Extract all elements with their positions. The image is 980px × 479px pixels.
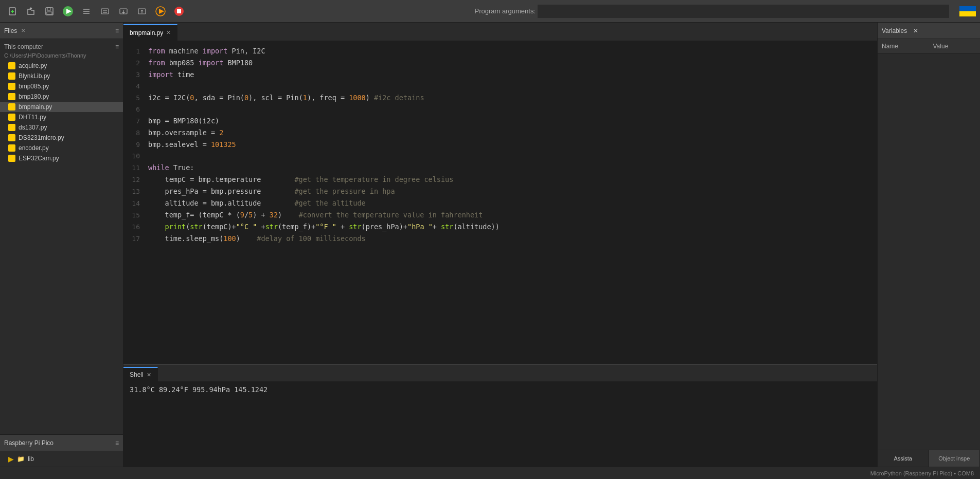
code-line-2[interactable]: 2from bmp085 import BMP180 [123,57,877,69]
code-line-4[interactable]: 4 [123,81,877,92]
line-num-8: 8 [123,127,148,139]
step-into-btn[interactable] [115,3,132,20]
assist-tabs: Assista Object inspe [878,450,980,467]
variables-cols: Name Value [878,39,980,53]
svg-rect-23 [177,9,181,13]
code-line-9[interactable]: 9bmp.sealevel = 101325 [123,139,877,151]
file-icon [8,124,15,131]
files-menu-btn[interactable]: ≡ [115,27,119,34]
this-computer-header: This computer ≡ [0,41,123,52]
statusbar-text: MicroPython (Raspberry Pi Pico) • COM8 [870,470,974,476]
line-content-14: altitude = bmp.altitude #get the altitud… [148,197,877,209]
rpi-lib-folder[interactable]: ▶ 📁 lib [0,453,123,465]
line-content-9: bmp.sealevel = 101325 [148,139,877,150]
line-num-2: 2 [123,58,148,69]
code-line-10[interactable]: 10 [123,151,877,162]
resume-btn[interactable] [152,3,169,20]
file-item-DS3231micro-py[interactable]: DS3231micro.py [0,133,123,143]
this-computer-menu[interactable]: ≡ [115,43,119,50]
code-line-12[interactable]: 12 tempC = bmp.temperature #get the temp… [123,174,877,186]
stop-btn[interactable] [171,3,187,20]
step-over-btn[interactable] [97,3,113,20]
code-line-17[interactable]: 17 time.sleep_ms(100) #delay of 100 mill… [123,233,877,245]
folder-icon: ▶ [8,455,14,463]
file-icon [8,155,15,162]
files-close-btn[interactable]: ✕ [21,28,25,33]
save-file-btn[interactable] [41,3,58,20]
object-inspector-tab[interactable]: Object inspe [929,450,981,467]
editor-tabs: bmpmain.py ✕ [123,23,877,41]
code-line-13[interactable]: 13 pres_hPa = bmp.pressure #get the pres… [123,186,877,197]
toolbar: Program arguments: [0,0,980,23]
shell-tab-close[interactable]: ✕ [147,372,151,378]
shell-tab[interactable]: Shell ✕ [123,367,158,381]
files-section: This computer ≡ C:\Users\HP\Documents\Th… [0,39,123,467]
editor-center: bmpmain.py ✕ 1from machine import Pin, I… [123,23,877,467]
line-num-17: 17 [123,233,148,245]
line-num-5: 5 [123,93,148,104]
files-tab-label[interactable]: Files [4,27,17,34]
svg-rect-5 [47,12,52,14]
rpi-tree: ▶ 📁 lib [0,451,123,467]
line-content-16: print(str(tempC)+"°C " +str(temp_f)+"°F … [148,221,877,232]
shell-content[interactable]: 31.8°C 89.24°F 995.94hPa 145.1242 [123,381,877,467]
debug-btn[interactable] [78,3,95,20]
code-line-1[interactable]: 1from machine import Pin, I2C [123,45,877,57]
ukraine-flag [959,6,976,16]
line-num-11: 11 [123,162,148,174]
code-line-5[interactable]: 5i2c = I2C(0, sda = Pin(0), scl = Pin(1)… [123,92,877,104]
variables-content [878,53,980,450]
file-item-DHT11-py[interactable]: DHT11.py [0,112,123,122]
code-line-14[interactable]: 14 altitude = bmp.altitude #get the alti… [123,197,877,209]
file-item-bmp180-py[interactable]: bmp180.py [0,91,123,102]
code-line-7[interactable]: 7bmp = BMP180(i2c) [123,115,877,127]
variables-close-btn[interactable]: ✕ [913,27,918,34]
line-num-13: 13 [123,186,148,197]
file-icon [8,144,15,152]
rpi-label: Raspberry Pi Pico [4,439,54,447]
tab-bmpmain-close[interactable]: ✕ [166,29,171,36]
rpi-section: Raspberry Pi Pico ≡ ▶ 📁 lib [0,434,123,467]
variables-label: Variables [882,27,907,34]
new-file-btn[interactable] [4,3,21,20]
shell-area: Shell ✕ 31.8°C 89.24°F 995.94hPa 145.124… [123,364,877,467]
object-inspector-label: Object inspe [938,455,970,462]
rpi-lib-label: lib [28,455,34,463]
file-item-ESP32Cam-py[interactable]: ESP32Cam.py [0,153,123,163]
code-lines: 1from machine import Pin, I2C2from bmp08… [123,45,877,245]
files-path: C:\Users\HP\Documents\Thonny [4,52,86,59]
file-item-ds1307-py[interactable]: ds1307.py [0,122,123,133]
line-content-8: bmp.oversample = 2 [148,127,877,138]
assistant-tab[interactable]: Assista [878,450,929,467]
program-args-label: Program arguments: [475,7,536,15]
open-file-btn[interactable] [23,3,39,20]
code-line-3[interactable]: 3import time [123,69,877,81]
this-computer-label: This computer [4,43,43,50]
line-num-12: 12 [123,174,148,186]
program-args-input[interactable] [538,5,949,18]
code-editor[interactable]: 1from machine import Pin, I2C2from bmp08… [123,41,877,364]
svg-rect-11 [101,9,109,14]
file-item-bmp085-py[interactable]: bmp085.py [0,81,123,91]
line-num-15: 15 [123,210,148,221]
rpi-menu-btn[interactable]: ≡ [115,439,119,447]
code-line-16[interactable]: 16 print(str(tempC)+"°C " +str(temp_f)+"… [123,221,877,233]
shell-output: 31.8°C 89.24°F 995.94hPa 145.1242 [130,385,268,394]
code-line-8[interactable]: 8bmp.oversample = 2 [123,127,877,139]
tab-bmpmain[interactable]: bmpmain.py ✕ [123,24,177,41]
file-icon [8,114,15,121]
file-item-encoder-py[interactable]: encoder.py [0,143,123,153]
sidebar: Files ✕ ≡ This computer ≡ C:\Users\HP\Do… [0,23,123,467]
file-item-bmpmain-py[interactable]: bmpmain.py [0,102,123,112]
file-item-BlynkLib-py[interactable]: BlynkLib.py [0,71,123,81]
file-icon [8,83,15,90]
code-line-11[interactable]: 11while True: [123,162,877,174]
line-content-17: time.sleep_ms(100) #delay of 100 millise… [148,233,877,244]
files-tree: This computer ≡ C:\Users\HP\Documents\Th… [0,39,123,434]
step-out-btn[interactable] [134,3,150,20]
run-btn[interactable] [60,3,76,20]
code-line-6[interactable]: 6 [123,104,877,115]
file-item-acquire-py[interactable]: acquire.py [0,61,123,71]
code-line-15[interactable]: 15 temp_f= (tempC * (9/5) + 32) #convert… [123,209,877,221]
line-content-3: import time [148,69,877,80]
